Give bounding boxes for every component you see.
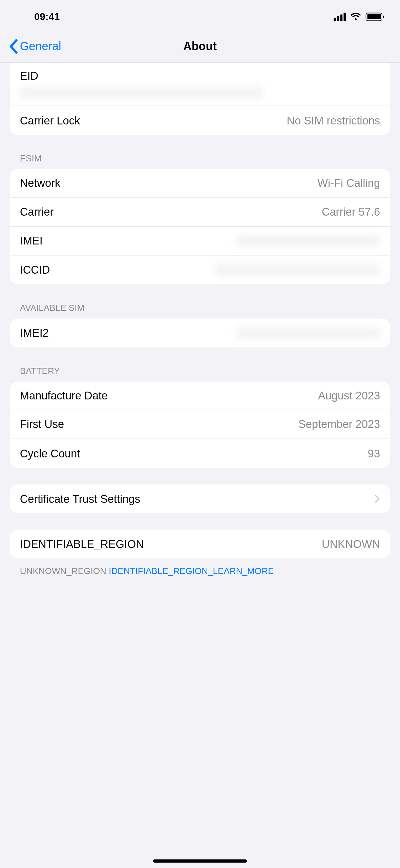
carrier-lock-value: No SIM restrictions bbox=[287, 114, 380, 127]
carrier-label: Carrier bbox=[20, 206, 54, 219]
imei-value bbox=[236, 235, 380, 247]
cycle-count-label: Cycle Count bbox=[20, 447, 80, 460]
esim-header: ESIM bbox=[20, 154, 380, 163]
status-bar: 09:41 bbox=[0, 0, 400, 30]
eid-row[interactable]: EID bbox=[10, 63, 390, 106]
carrier-row[interactable]: Carrier Carrier 57.6 bbox=[10, 198, 390, 227]
first-use-row[interactable]: First Use September 2023 bbox=[10, 410, 390, 439]
cellular-signal-icon bbox=[334, 13, 346, 21]
iccid-value bbox=[214, 264, 380, 276]
carrier-value: Carrier 57.6 bbox=[322, 206, 380, 219]
imei-label: IMEI bbox=[20, 235, 43, 248]
wifi-icon bbox=[350, 13, 361, 21]
home-indicator[interactable] bbox=[153, 860, 247, 863]
status-icons bbox=[334, 13, 382, 21]
region-footer-prefix: UNKNOWN_REGION bbox=[20, 566, 109, 576]
carrier-lock-label: Carrier Lock bbox=[20, 114, 80, 127]
region-learn-more-link[interactable]: IDENTIFIABLE_REGION_LEARN_MORE bbox=[109, 566, 274, 576]
certificate-group: Certificate Trust Settings bbox=[10, 485, 390, 513]
navigation-bar: General About bbox=[0, 30, 400, 63]
certificate-trust-label: Certificate Trust Settings bbox=[20, 492, 140, 505]
cycle-count-value: 93 bbox=[368, 447, 380, 460]
first-use-value: September 2023 bbox=[298, 418, 380, 431]
status-time: 09:41 bbox=[34, 11, 60, 22]
region-footer: UNKNOWN_REGION IDENTIFIABLE_REGION_LEARN… bbox=[20, 565, 380, 578]
region-group: IDENTIFIABLE_REGION UNKNOWN bbox=[10, 530, 390, 558]
network-row[interactable]: Network Wi-Fi Calling bbox=[10, 169, 390, 198]
carrier-lock-row[interactable]: Carrier Lock No SIM restrictions bbox=[10, 106, 390, 135]
network-label: Network bbox=[20, 177, 61, 190]
eid-value bbox=[20, 87, 263, 99]
region-label: IDENTIFIABLE_REGION bbox=[20, 538, 144, 551]
imei-row[interactable]: IMEI bbox=[10, 227, 390, 256]
manufacture-date-row[interactable]: Manufacture Date August 2023 bbox=[10, 381, 390, 410]
battery-group: Manufacture Date August 2023 First Use S… bbox=[10, 381, 390, 468]
battery-icon bbox=[366, 13, 382, 21]
eid-label: EID bbox=[20, 70, 38, 83]
page-title: About bbox=[0, 40, 400, 53]
available-sim-group: IMEI2 bbox=[10, 318, 390, 347]
network-value: Wi-Fi Calling bbox=[317, 177, 380, 190]
iccid-label: ICCID bbox=[20, 263, 50, 276]
imei2-row[interactable]: IMEI2 bbox=[10, 318, 390, 347]
region-row[interactable]: IDENTIFIABLE_REGION UNKNOWN bbox=[10, 530, 390, 558]
chevron-right-icon bbox=[375, 494, 380, 503]
iccid-row[interactable]: ICCID bbox=[10, 256, 390, 284]
manufacture-date-value: August 2023 bbox=[318, 389, 380, 402]
region-value: UNKNOWN bbox=[322, 538, 380, 551]
certificate-trust-row[interactable]: Certificate Trust Settings bbox=[10, 485, 390, 513]
imei2-value bbox=[236, 327, 380, 339]
manufacture-date-label: Manufacture Date bbox=[20, 389, 108, 402]
device-info-group: EID Carrier Lock No SIM restrictions bbox=[10, 63, 390, 135]
imei2-label: IMEI2 bbox=[20, 327, 49, 339]
esim-group: Network Wi-Fi Calling Carrier Carrier 57… bbox=[10, 169, 390, 284]
first-use-label: First Use bbox=[20, 418, 64, 431]
battery-header: BATTERY bbox=[20, 366, 380, 376]
cycle-count-row[interactable]: Cycle Count 93 bbox=[10, 439, 390, 468]
available-sim-header: AVAILABLE SIM bbox=[20, 303, 380, 313]
